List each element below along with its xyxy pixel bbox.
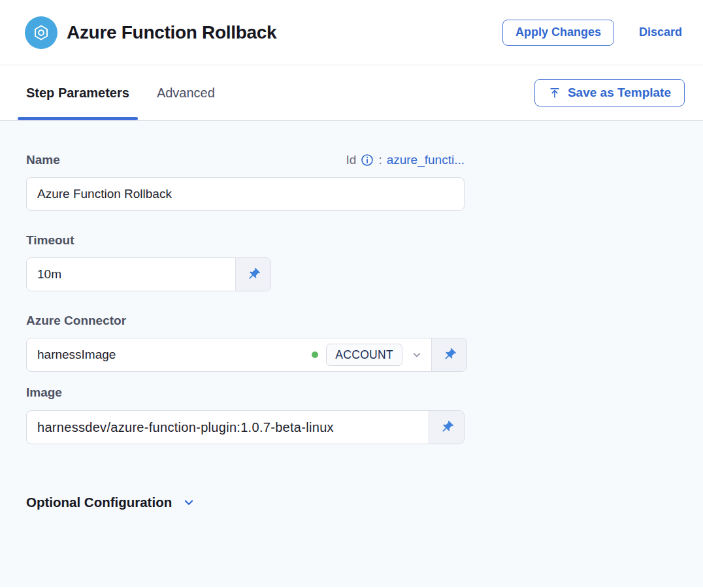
tab-bar: Step Parameters Advanced Save as Templat… — [0, 65, 703, 121]
panel-header: Azure Function Rollback Apply Changes Di… — [0, 0, 703, 65]
chevron-down-icon — [182, 495, 196, 510]
connector-dropdown-toggle[interactable] — [410, 348, 423, 361]
page-title: Azure Function Rollback — [67, 22, 276, 43]
step-parameters-panel: Name Id : azure_functi... Timeout Azure — [0, 121, 703, 587]
name-label: Name — [26, 153, 60, 167]
image-runtime-input-button[interactable] — [429, 411, 464, 444]
step-id-value[interactable]: azure_functi... — [387, 153, 465, 167]
info-icon[interactable] — [361, 154, 374, 167]
timeout-label: Timeout — [26, 233, 703, 248]
azure-connector-label: Azure Connector — [26, 314, 703, 328]
discard-button[interactable]: Discard — [639, 25, 682, 39]
timeout-input[interactable] — [27, 258, 235, 291]
timeout-runtime-input-button[interactable] — [235, 258, 270, 291]
step-id-row: Id : azure_functi... — [346, 153, 465, 167]
save-as-template-button[interactable]: Save as Template — [534, 79, 685, 106]
connector-status-dot — [312, 351, 318, 358]
connector-meta: ACCOUNT — [312, 338, 431, 371]
pin-icon — [436, 417, 457, 437]
connector-scope-badge: ACCOUNT — [326, 344, 402, 366]
optional-configuration-toggle[interactable]: Optional Configuration — [26, 495, 196, 510]
chevron-down-icon — [410, 348, 423, 361]
azure-connector-value[interactable]: harnessImage — [27, 338, 312, 371]
upload-icon — [548, 86, 561, 99]
azure-connector-select[interactable]: harnessImage ACCOUNT — [26, 338, 467, 372]
tab-advanced[interactable]: Advanced — [157, 65, 215, 120]
timeout-input-group — [26, 257, 271, 291]
apply-changes-button[interactable]: Apply Changes — [502, 20, 614, 46]
plugin-step-icon — [25, 16, 57, 49]
image-input[interactable] — [27, 411, 429, 444]
image-label: Image — [26, 385, 703, 400]
optional-configuration-title: Optional Configuration — [26, 495, 172, 510]
pin-icon — [439, 344, 459, 365]
connector-runtime-input-button[interactable] — [431, 338, 466, 371]
tab-step-parameters[interactable]: Step Parameters — [26, 65, 129, 120]
header-actions: Apply Changes Discard — [502, 20, 682, 46]
pin-icon — [243, 264, 263, 284]
image-input-group — [26, 410, 465, 444]
save-as-template-label: Save as Template — [568, 86, 671, 100]
hexagon-plugin-icon — [31, 23, 51, 42]
name-input[interactable] — [26, 177, 465, 211]
id-separator: : — [378, 153, 382, 167]
id-label: Id — [346, 153, 357, 167]
